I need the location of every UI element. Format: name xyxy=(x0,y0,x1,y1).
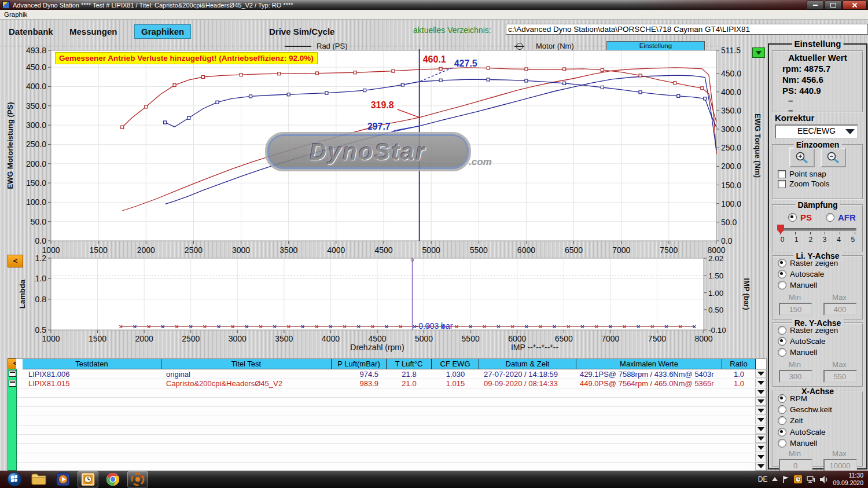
li-max-input[interactable] xyxy=(823,303,857,315)
table-cell-r1-c1[interactable]: Capristo&200cpi&HeadersØ45_V2 xyxy=(161,379,336,388)
taskbar-chrome-icon[interactable] xyxy=(103,472,123,487)
tab-drive-sim[interactable]: Drive Sim/Cycle xyxy=(269,27,334,36)
taskbar-start-icon[interactable] xyxy=(5,472,24,487)
table-header-6[interactable]: Maximalen Werte xyxy=(576,359,722,369)
row-dropdown-arrow[interactable] xyxy=(755,425,766,434)
minimize-button[interactable] xyxy=(807,1,824,10)
zoom-in-button[interactable] xyxy=(789,148,815,167)
tab-messungen[interactable]: Messungen xyxy=(69,27,117,36)
tick-label: 511.5 xyxy=(721,46,741,55)
maximize-button[interactable] xyxy=(825,1,842,10)
tick-label: 4000 xyxy=(322,334,340,343)
re-min-input[interactable] xyxy=(779,370,812,383)
table-cell-r0-c6[interactable]: 429.1PS@ 7588rpm / 433.6Nm@ 5403r xyxy=(576,369,726,379)
table-cell-r1-c5[interactable]: 09-09-2020 / 08:14:33 xyxy=(479,379,581,388)
table-cell-r1-c0[interactable]: LIPIX81.015 xyxy=(23,379,167,388)
li-min-input[interactable] xyxy=(779,303,812,315)
keyboard-lang[interactable]: DE xyxy=(758,475,768,483)
table-cell-r0-c7[interactable]: 1.0 xyxy=(722,369,756,379)
row1-grid-icon[interactable] xyxy=(9,370,16,377)
x-mode-opt-1-radio[interactable] xyxy=(778,405,786,414)
row-dropdown-arrow[interactable] xyxy=(755,406,766,415)
row-dropdown-arrow[interactable] xyxy=(755,416,766,424)
re-y-opt-1-radio[interactable] xyxy=(778,337,786,346)
x-min-input[interactable] xyxy=(779,459,812,472)
row-dropdown-arrow[interactable] xyxy=(755,397,766,406)
x-scale-opt-1-radio[interactable] xyxy=(778,439,786,447)
re-max-input[interactable] xyxy=(823,370,857,383)
row-dropdown-arrow[interactable] xyxy=(755,443,766,452)
imp-marker xyxy=(175,325,178,328)
taskbar-outlook-icon[interactable] xyxy=(78,471,98,487)
tick-label: 5500 xyxy=(470,245,488,255)
table-header-1[interactable]: Titel Test xyxy=(161,359,332,369)
row-dropdown-arrow[interactable] xyxy=(755,453,766,461)
row2-grid-icon[interactable] xyxy=(9,380,16,387)
li-y-opt-1-radio[interactable] xyxy=(778,270,786,278)
table-cell-r1-c2[interactable]: 983.9 xyxy=(332,379,378,388)
actioncenter-flag-icon[interactable] xyxy=(782,476,789,483)
current-directory-input[interactable] xyxy=(506,24,868,35)
row-dropdown-arrow[interactable] xyxy=(755,388,766,397)
table-cell-r0-c3[interactable]: 21.8 xyxy=(387,369,432,379)
li-y-opt-2-radio[interactable] xyxy=(778,281,786,289)
table-header-3[interactable]: T Luft°C xyxy=(387,359,432,369)
torque-run1-blue-marker xyxy=(216,101,219,104)
taskbar-media-player-icon[interactable] xyxy=(53,472,73,487)
daempfung-afr-radio[interactable] xyxy=(826,213,834,222)
li-y-opt-0-radio[interactable] xyxy=(778,259,786,267)
table-cell-r0-c4[interactable]: 1.030 xyxy=(432,369,479,379)
point-snap-checkbox[interactable] xyxy=(778,170,786,178)
taskbar-explorer-icon[interactable] xyxy=(29,472,49,487)
tick-label: 2000 xyxy=(137,245,155,255)
outlook-reminder-clock-icon[interactable] xyxy=(794,475,802,483)
row-dropdown-arrow[interactable] xyxy=(755,462,766,471)
menu-graphik[interactable]: Graphik xyxy=(0,11,31,18)
table-header-7[interactable]: Ratio xyxy=(722,359,756,369)
x-mode-opt-2-radio[interactable] xyxy=(778,416,786,425)
table-header-5[interactable]: Datum & Zeit xyxy=(479,359,576,369)
green-dropdown-button[interactable] xyxy=(752,47,765,58)
row-dropdown-arrow[interactable] xyxy=(755,379,766,387)
korrektur-dropdown[interactable]: EEC/EWG xyxy=(775,124,858,139)
table-cell-r1-c7[interactable]: 1.0 xyxy=(722,379,756,388)
einstellung-button[interactable]: Einstellung xyxy=(606,41,705,52)
table-cell-r0-c0[interactable]: LIPIX81.006 xyxy=(23,369,167,379)
x-mode-opt-0-radio[interactable] xyxy=(778,394,786,403)
table-cell-r0-c2[interactable]: 974.5 xyxy=(332,369,378,379)
taskbar-dyno-app-icon[interactable] xyxy=(127,471,148,487)
bottom-plot-bg xyxy=(51,258,704,330)
damping-slider[interactable] xyxy=(779,228,856,231)
tab-datenbank[interactable]: Datenbank xyxy=(9,27,53,36)
table-header-4[interactable]: CF EWG xyxy=(432,359,479,369)
tray-clock[interactable]: 11:30 09.09.2020 xyxy=(833,472,863,487)
daempfung-ps-radio[interactable] xyxy=(788,213,797,222)
tab-graphiken[interactable]: Graphiken xyxy=(134,24,191,39)
tick-label: 400.0 xyxy=(26,82,46,91)
speaker-icon[interactable] xyxy=(820,476,828,483)
re-y-opt-0-radio[interactable] xyxy=(778,326,786,335)
zoom-tools-checkbox[interactable] xyxy=(778,180,786,188)
table-cell-r1-c4[interactable]: 1.015 xyxy=(432,379,479,388)
x-scale-opt-0-radio[interactable] xyxy=(778,428,786,436)
table-cell-r0-c5[interactable]: 27-07-2020 / 14:18:59 xyxy=(479,369,581,379)
row-dropdown-arrow[interactable] xyxy=(755,434,766,443)
network-icon[interactable] xyxy=(807,476,815,483)
x-max-input[interactable] xyxy=(823,459,857,472)
table-header-0[interactable]: Testdaten xyxy=(23,359,161,369)
row-dropdown-arrow[interactable] xyxy=(755,369,766,378)
table-cell-r1-c3[interactable]: 21.0 xyxy=(387,379,432,388)
aktueller-wert-title: Aktueller Wert xyxy=(773,53,862,63)
zoom-tools-label: Zoom Tools xyxy=(789,179,830,188)
table-header-2[interactable]: P Luft(mBar) xyxy=(332,359,387,369)
tray-expand-icon[interactable] xyxy=(772,477,778,482)
chart-scroll-left-button[interactable]: < xyxy=(8,255,23,267)
legend-rad: Rad (PS) xyxy=(314,42,350,50)
re-y-opt-2-radio[interactable] xyxy=(778,348,786,357)
tick-label: 6000 xyxy=(517,245,535,255)
table-cell-r1-c6[interactable]: 449.0PS@ 7564rpm / 465.0Nm@ 5365r xyxy=(576,379,726,388)
table-cell-r0-c1[interactable]: original xyxy=(161,369,336,379)
zoom-out-button[interactable] xyxy=(821,148,846,167)
close-button[interactable] xyxy=(843,1,867,10)
imp-marker xyxy=(637,325,640,328)
